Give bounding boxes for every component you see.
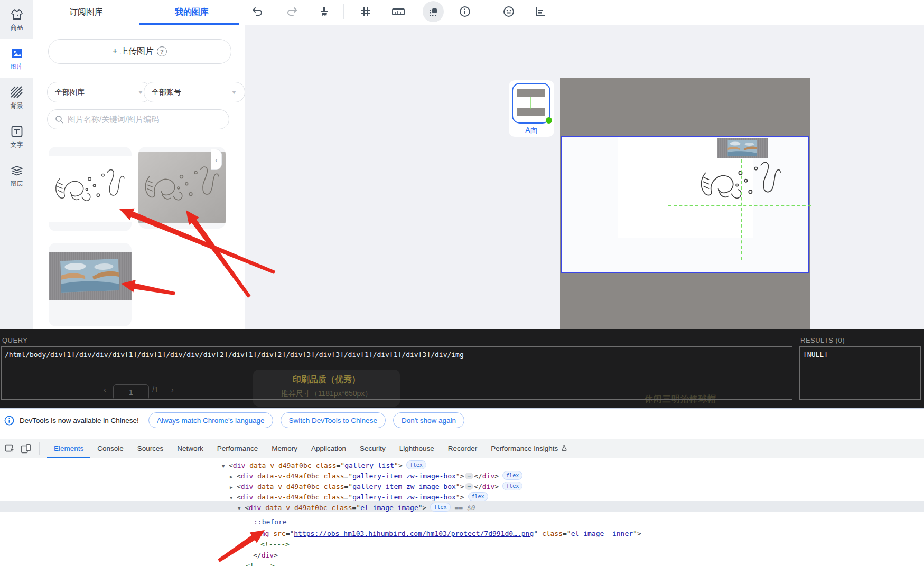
tree-row-10[interactable]: <!---->	[246, 561, 275, 566]
account-filter-select[interactable]: 全部账号 ▼	[144, 82, 245, 102]
flex-badge[interactable]: flex	[406, 460, 426, 469]
search-placeholder: 图片名称/关键词/图片编码	[68, 115, 159, 125]
filter-value: 全部账号	[152, 88, 181, 97]
preview-guide	[525, 103, 537, 103]
placed-print-image[interactable]	[717, 138, 768, 158]
devtools-tab-security[interactable]: Security	[353, 439, 393, 458]
snap-icon[interactable]	[423, 1, 444, 22]
devtools-tab-performance[interactable]: Performance	[210, 439, 265, 458]
elements-tree: ▼<div data-v-d49af0bc class="gallery-lis…	[0, 458, 924, 566]
flex-badge[interactable]: flex	[502, 471, 522, 480]
library-filter-select[interactable]: 全部图库 ▼	[47, 82, 152, 102]
search-input[interactable]: 图片名称/关键词/图片编码	[47, 109, 229, 129]
grid-icon[interactable]	[355, 1, 376, 22]
tree-row-7[interactable]: <img src="https://obs-hm103.hihumbird.co…	[253, 529, 641, 539]
devtools-tab-elements[interactable]: Elements	[47, 439, 90, 458]
left-sidebar: 商品图库背景文字图层	[0, 0, 33, 329]
flex-badge[interactable]: flex	[502, 482, 522, 490]
tab-label: Recorder	[448, 445, 478, 452]
active-tab-underline	[139, 23, 239, 25]
tab-label: Sources	[137, 445, 164, 452]
indent-guide	[241, 511, 241, 555]
tab-my-library[interactable]: 我的图库	[139, 0, 245, 25]
infobar-action-2[interactable]: Switch DevTools to Chinese	[281, 412, 386, 428]
devtools-tab-lighthouse[interactable]: Lighthouse	[393, 439, 441, 458]
status-dot	[546, 117, 552, 124]
stats-icon[interactable]	[529, 1, 550, 22]
sidebar-item-label: 背景	[11, 101, 23, 110]
collapsed-children-icon[interactable]: ⋯	[465, 473, 474, 479]
undo-icon[interactable]	[247, 1, 268, 22]
snap-guide-horizontal	[668, 205, 811, 206]
info-icon	[4, 416, 14, 426]
sidebar-item-3[interactable]: 背景	[0, 78, 33, 117]
caret-down-icon[interactable]: ▼	[222, 461, 225, 471]
infobar-action-3[interactable]: Don't show again	[393, 412, 464, 428]
infobar-action-1[interactable]: Always match Chrome's language	[148, 412, 273, 428]
fabric-print-image	[49, 252, 132, 300]
layers-icon	[10, 164, 24, 177]
toolbar-divider	[343, 4, 344, 19]
devtools-tab-console[interactable]: Console	[90, 439, 130, 458]
product-canvas[interactable]	[560, 78, 810, 329]
caret-right-icon[interactable]: ▶	[230, 471, 232, 482]
devtools-tab-performance-insights[interactable]: Performance insights	[484, 439, 575, 458]
redo-icon[interactable]	[282, 1, 303, 22]
tree-row-2[interactable]: ▶<div data-v-d49af0bc class="gallery-ite…	[237, 471, 522, 482]
tree-row-6[interactable]: ::before	[254, 517, 287, 527]
sidebar-item-1[interactable]: 商品	[0, 0, 33, 39]
tab-label: Elements	[54, 445, 83, 452]
devtools-tab-network[interactable]: Network	[170, 439, 210, 458]
devtools-tab-application[interactable]: Application	[304, 439, 353, 458]
devtools-tab-memory[interactable]: Memory	[265, 439, 304, 458]
tree-row-8[interactable]: <!---->	[260, 539, 290, 550]
sidebar-item-label: 商品	[11, 23, 23, 32]
inspect-element-icon[interactable]	[4, 443, 16, 455]
brush-icon[interactable]	[314, 1, 335, 22]
flex-badge[interactable]: flex	[468, 492, 488, 501]
tab-label: Security	[360, 445, 386, 452]
print-region-selection[interactable]	[561, 136, 809, 273]
upload-label: + 上传图片	[113, 46, 154, 57]
upload-help-icon[interactable]: ?	[157, 46, 167, 56]
devtools-tab-sources[interactable]: Sources	[130, 439, 171, 458]
collapsed-children-icon[interactable]: ⋯	[465, 483, 474, 490]
query-label: QUERY	[2, 336, 28, 344]
img-src-link[interactable]: https://obs-hm103.hihumbird.com/hm103/pr…	[294, 530, 534, 537]
printable-area	[618, 137, 753, 238]
side-a-thumbnail[interactable]: A面	[509, 80, 554, 137]
devtools-panel: DevTools is now available in Chinese! Al…	[0, 408, 924, 566]
ruler-icon[interactable]	[388, 1, 409, 22]
devtools-tab-recorder[interactable]: Recorder	[441, 439, 484, 458]
caret-right-icon[interactable]: ▶	[230, 482, 232, 493]
tree-row-3[interactable]: ▶<div data-v-d49af0bc class="gallery-ite…	[237, 482, 522, 492]
sidebar-item-2[interactable]: 图库	[0, 39, 33, 78]
tab-label: Lighthouse	[399, 445, 434, 452]
upload-image-button[interactable]: + 上传图片 ?	[48, 39, 231, 64]
tab-label: Performance	[217, 445, 258, 452]
tree-row-5[interactable]: ▼<div data-v-d49af0bc class="el-image im…	[245, 503, 475, 513]
gallery-item-print-fabric[interactable]	[49, 243, 132, 326]
tab-label: Application	[311, 445, 346, 452]
flex-badge[interactable]: flex	[430, 503, 450, 512]
flask-icon	[561, 444, 568, 453]
panel-collapse-handle[interactable]: ‹	[211, 149, 222, 170]
sidebar-item-5[interactable]: 图层	[0, 156, 33, 195]
xpath-input[interactable]: /html/body/div[1]/div/div/div[1]/div[1]/…	[1, 346, 792, 400]
dollar-zero-hint: == $0	[455, 504, 475, 512]
gallery-item-sketch[interactable]	[49, 147, 132, 231]
tree-row-1[interactable]: ▼<div data-v-d49af0bc class="gallery-lis…	[229, 460, 426, 471]
tree-row-9[interactable]: </div>	[253, 550, 278, 561]
devtools-tab-bar: ElementsConsoleSourcesNetworkPerformance…	[0, 439, 924, 458]
sidebar-item-4[interactable]: 文字	[0, 117, 33, 156]
tab-subscribed-library[interactable]: 订阅图库	[33, 0, 139, 25]
preview-top-band	[517, 89, 545, 97]
devtools-language-infobar: DevTools is now available in Chinese! Al…	[0, 409, 924, 432]
info-icon[interactable]	[454, 1, 475, 22]
toolbar-divider	[488, 4, 488, 19]
chevron-down-icon: ▼	[231, 89, 237, 95]
device-toolbar-icon[interactable]	[20, 443, 32, 455]
caret-down-icon[interactable]: ▼	[238, 503, 240, 514]
chevron-down-icon: ▼	[137, 89, 144, 95]
smiley-icon[interactable]	[498, 1, 519, 22]
